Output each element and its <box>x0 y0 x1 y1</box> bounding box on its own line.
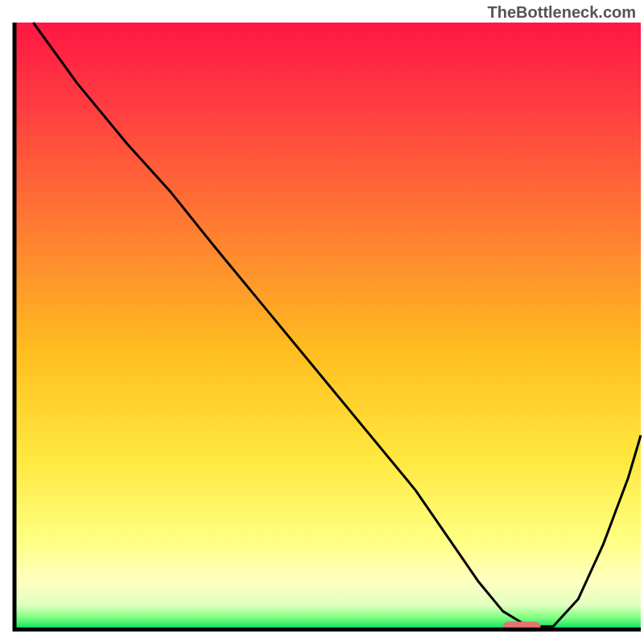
chart-container: TheBottleneck.com <box>0 0 644 644</box>
watermark-text: TheBottleneck.com <box>488 3 636 22</box>
gradient-background <box>14 23 641 630</box>
bottleneck-chart <box>0 0 644 644</box>
